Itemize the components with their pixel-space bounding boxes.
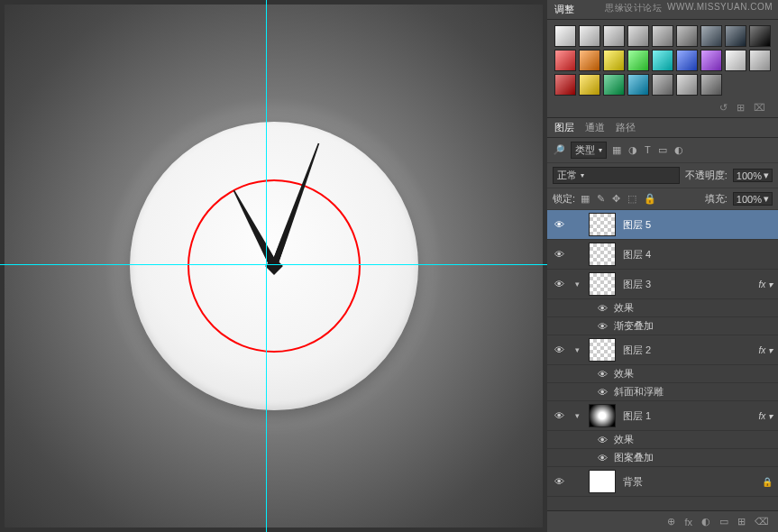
style-swatch[interactable] (579, 50, 600, 71)
layer-row[interactable]: 👁▾图层 2fx ▾ (547, 335, 778, 365)
visibility-eye-icon[interactable]: 👁 (553, 279, 565, 289)
lock-toggle-icon[interactable]: ▦ (581, 193, 590, 205)
style-swatch[interactable] (725, 50, 746, 71)
style-swatch[interactable] (554, 50, 576, 71)
lock-toggle-icon[interactable]: ✥ (612, 193, 620, 205)
visibility-eye-icon[interactable]: 👁 (596, 369, 609, 380)
swatch-delete-icon[interactable]: ⌧ (754, 102, 765, 114)
tab-channels[interactable]: 通道 (585, 121, 605, 134)
layer-name: 背景 (623, 475, 755, 489)
layer-row[interactable]: 👁▾图层 3fx ▾ (547, 270, 778, 299)
style-swatch[interactable] (579, 25, 600, 47)
layer-effect-item[interactable]: 👁图案叠加 (547, 449, 778, 467)
fx-badge[interactable]: fx ▾ (758, 411, 773, 421)
visibility-eye-icon[interactable]: 👁 (596, 435, 609, 445)
visibility-eye-icon[interactable]: 👁 (553, 249, 565, 260)
layers-footer-icon[interactable]: fx (684, 517, 692, 527)
effects-label: 效果 (614, 433, 634, 446)
filter-type-icon[interactable]: ◑ (628, 144, 637, 156)
opacity-value: 100% (737, 170, 762, 181)
visibility-eye-icon[interactable]: 👁 (596, 387, 609, 398)
effect-name: 斜面和浮雕 (614, 385, 664, 399)
style-swatch[interactable] (554, 25, 576, 47)
tab-layers[interactable]: 图层 (554, 121, 574, 134)
style-swatch[interactable] (652, 50, 673, 71)
expand-arrow-icon[interactable]: ▾ (572, 345, 581, 354)
layers-footer-icon[interactable]: ▭ (719, 516, 728, 527)
layer-effect-item[interactable]: 👁斜面和浮雕 (547, 383, 778, 401)
layer-effects-header: 👁效果 (547, 299, 778, 317)
swatch-reset-icon[interactable]: ↺ (719, 102, 728, 114)
swatch-new-icon[interactable]: ⊞ (737, 102, 745, 114)
layers-footer-icon[interactable]: ⊞ (737, 516, 746, 527)
style-swatch[interactable] (676, 74, 698, 96)
style-swatch[interactable] (652, 74, 673, 96)
blend-mode-select[interactable]: 正常 ▾ (553, 167, 680, 184)
layer-row[interactable]: 👁背景🔒 (547, 467, 778, 497)
style-swatch[interactable] (676, 50, 698, 71)
chevron-down-icon: ▾ (764, 193, 769, 205)
layer-name: 图层 1 (623, 409, 751, 423)
fill-label: 填充: (705, 192, 728, 206)
layer-row[interactable]: 👁▾图层 1fx ▾ (547, 401, 778, 431)
effect-name: 图案叠加 (614, 451, 654, 464)
style-swatch[interactable] (627, 74, 649, 96)
layer-thumbnail (589, 272, 616, 296)
guide-horizontal[interactable] (0, 264, 547, 265)
style-swatch[interactable] (603, 50, 625, 71)
fill-input[interactable]: 100% ▾ (733, 192, 773, 206)
tab-paths[interactable]: 路径 (616, 121, 636, 134)
fx-badge[interactable]: fx ▾ (758, 280, 773, 289)
style-swatch[interactable] (749, 25, 771, 47)
style-swatch[interactable] (676, 25, 698, 47)
layers-footer-icon[interactable]: ⌫ (755, 516, 769, 527)
filter-label: 类型 (575, 143, 595, 157)
guide-vertical[interactable] (266, 0, 267, 532)
style-swatch[interactable] (700, 50, 722, 71)
layer-thumbnail (589, 404, 616, 427)
style-swatch[interactable] (749, 50, 771, 71)
expand-arrow-icon[interactable]: ▾ (572, 280, 581, 289)
style-swatch[interactable] (603, 25, 625, 47)
filter-type-icon[interactable]: ▭ (658, 144, 667, 156)
style-swatch[interactable] (603, 74, 625, 96)
layer-name: 图层 4 (623, 248, 773, 261)
style-swatch[interactable] (652, 25, 673, 47)
layer-row[interactable]: 👁图层 5 (547, 210, 778, 240)
layer-row[interactable]: 👁图层 4 (547, 240, 778, 270)
lock-toggle-icon[interactable]: ⬚ (627, 193, 636, 205)
opacity-label: 不透明度: (685, 169, 728, 182)
filter-type-icon[interactable]: ◐ (674, 144, 683, 156)
lock-toggle-icon[interactable]: ✎ (597, 193, 605, 205)
style-swatch[interactable] (579, 74, 600, 96)
opacity-input[interactable]: 100% ▾ (733, 169, 773, 182)
fx-badge[interactable]: fx ▾ (758, 345, 773, 355)
style-swatch[interactable] (700, 74, 722, 96)
visibility-eye-icon[interactable]: 👁 (553, 344, 565, 355)
visibility-eye-icon[interactable]: 👁 (596, 453, 609, 463)
visibility-eye-icon[interactable]: 👁 (596, 321, 609, 332)
style-swatch[interactable] (700, 25, 722, 47)
visibility-eye-icon[interactable]: 👁 (553, 476, 565, 487)
styles-swatch-board: ↺ ⊞ ⌧ (547, 20, 778, 117)
style-swatch[interactable] (627, 50, 649, 71)
visibility-eye-icon[interactable]: 👁 (553, 219, 565, 230)
layers-list[interactable]: 👁图层 5👁图层 4👁▾图层 3fx ▾👁效果👁渐变叠加👁▾图层 2fx ▾👁效… (547, 210, 778, 510)
tab-adjust[interactable]: 调整 (554, 3, 574, 16)
canvas-area[interactable] (0, 0, 547, 532)
effects-label: 效果 (614, 301, 634, 315)
filter-type-icon[interactable]: ▦ (612, 144, 621, 156)
filter-type-select[interactable]: 类型 ▾ (571, 142, 607, 159)
layers-footer-icon[interactable]: ⊕ (667, 516, 675, 527)
expand-arrow-icon[interactable]: ▾ (572, 411, 581, 420)
style-swatch[interactable] (627, 25, 649, 47)
visibility-eye-icon[interactable]: 👁 (596, 303, 609, 314)
layer-effects-header: 👁效果 (547, 365, 778, 383)
style-swatch[interactable] (725, 25, 746, 47)
lock-toggle-icon[interactable]: 🔒 (644, 193, 656, 205)
visibility-eye-icon[interactable]: 👁 (553, 410, 565, 421)
layer-effect-item[interactable]: 👁渐变叠加 (547, 317, 778, 335)
layers-footer-icon[interactable]: ◐ (701, 516, 710, 527)
filter-type-icon[interactable]: T (645, 144, 651, 156)
style-swatch[interactable] (554, 74, 576, 96)
